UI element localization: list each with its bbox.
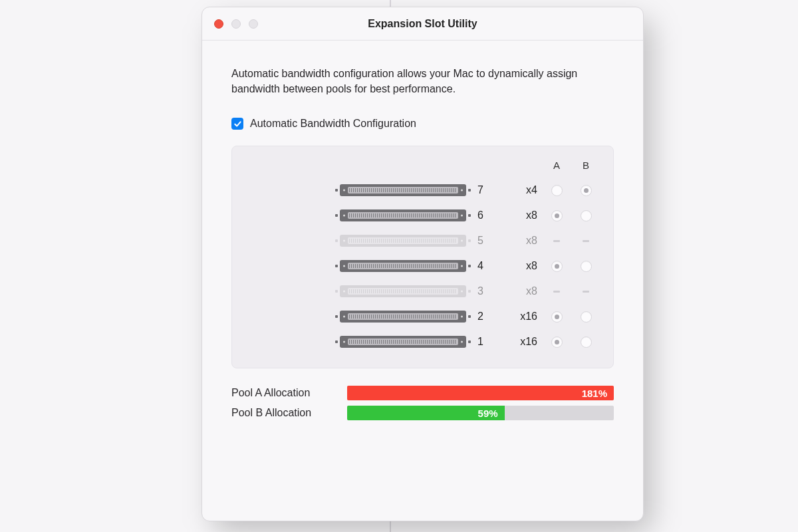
slot-connector-icon xyxy=(248,334,471,349)
slot-6-pool-b-radio[interactable] xyxy=(581,210,592,221)
pool-b-label: Pool B Allocation xyxy=(231,407,338,419)
slot-row-6: 6x8 xyxy=(248,203,597,228)
pool-block: Pool A Allocation 181% Pool B Allocation… xyxy=(231,383,614,423)
slot-connector-icon xyxy=(248,208,471,223)
slot-number: 5 xyxy=(477,235,497,247)
slot-2-pool-b-cell xyxy=(575,311,597,323)
slot-2-pool-b-radio[interactable] xyxy=(581,311,592,323)
zoom-button[interactable] xyxy=(249,19,258,29)
pool-a-bar: 181% xyxy=(347,386,614,400)
slot-speed: x8 xyxy=(504,285,539,297)
window-title: Expansion Slot Utility xyxy=(368,18,477,30)
slot-1-pool-a-radio[interactable] xyxy=(551,336,563,348)
slot-speed: x16 xyxy=(504,311,539,323)
slot-row-5: 5x8 xyxy=(248,228,597,253)
content-area: Automatic bandwidth configuration allows… xyxy=(202,41,643,440)
dash-icon xyxy=(583,240,589,242)
slot-7-pool-b-radio[interactable] xyxy=(581,185,592,196)
app-window: Expansion Slot Utility Automatic bandwid… xyxy=(201,7,644,521)
slot-row-7: 7x4 xyxy=(248,178,597,203)
slots-panel: A B 7x46x85x84x83x82x161x16 xyxy=(231,146,614,368)
dash-icon xyxy=(583,291,589,293)
pool-a-label: Pool A Allocation xyxy=(231,387,338,399)
auto-bandwidth-label: Automatic Bandwidth Configuration xyxy=(250,118,416,130)
auto-bandwidth-checkbox[interactable] xyxy=(231,118,243,130)
slot-connector-icon xyxy=(248,233,471,248)
slot-number: 7 xyxy=(477,184,497,196)
slot-speed: x4 xyxy=(504,184,539,196)
slot-1-pool-b-cell xyxy=(575,336,597,348)
slot-5-pool-b-cell xyxy=(575,240,597,242)
slot-speed: x8 xyxy=(504,260,539,272)
slot-connector-icon xyxy=(248,284,471,299)
slot-number: 3 xyxy=(477,285,497,297)
pool-b-bar: 59% xyxy=(347,406,614,420)
slot-row-1: 1x16 xyxy=(248,329,597,354)
slot-1-pool-a-cell xyxy=(545,336,568,348)
pool-a-fill: 181% xyxy=(347,386,614,400)
dash-icon xyxy=(553,240,560,242)
column-b-header: B xyxy=(575,160,597,171)
minimize-button[interactable] xyxy=(231,19,241,29)
slot-row-2: 2x16 xyxy=(248,304,597,329)
slot-5-pool-a-cell xyxy=(545,240,568,242)
slot-2-pool-a-cell xyxy=(545,311,568,323)
slots-body: 7x46x85x84x83x82x161x16 xyxy=(248,178,597,354)
slot-4-pool-a-cell xyxy=(545,261,568,272)
checkmark-icon xyxy=(233,120,242,128)
close-button[interactable] xyxy=(214,19,223,29)
slot-4-pool-a-radio[interactable] xyxy=(551,261,563,272)
slot-4-pool-b-cell xyxy=(575,261,597,272)
pool-a-percent: 181% xyxy=(582,388,607,399)
auto-bandwidth-row: Automatic Bandwidth Configuration xyxy=(231,118,614,130)
slot-3-pool-a-cell xyxy=(545,291,568,293)
slot-number: 4 xyxy=(477,260,497,272)
slot-number: 2 xyxy=(477,311,497,323)
slot-connector-icon xyxy=(248,309,471,324)
slot-2-pool-a-radio[interactable] xyxy=(551,311,563,323)
slot-speed: x16 xyxy=(504,336,539,348)
slot-number: 6 xyxy=(477,209,497,221)
pool-b-fill: 59% xyxy=(347,406,505,420)
column-a-header: A xyxy=(545,160,568,171)
pool-b-percent: 59% xyxy=(478,408,498,419)
slot-connector-icon xyxy=(248,183,471,198)
slot-3-pool-b-cell xyxy=(575,291,597,293)
slot-row-3: 3x8 xyxy=(248,279,597,304)
slots-header: A B xyxy=(248,160,597,171)
slot-speed: x8 xyxy=(504,209,539,221)
slot-7-pool-a-radio[interactable] xyxy=(551,185,563,196)
slot-4-pool-b-radio[interactable] xyxy=(581,261,592,272)
slot-1-pool-b-radio[interactable] xyxy=(581,336,592,348)
description-text: Automatic bandwidth configuration allows… xyxy=(231,66,614,96)
slot-6-pool-a-cell xyxy=(545,210,568,221)
slot-connector-icon xyxy=(248,259,471,273)
slot-6-pool-b-cell xyxy=(575,210,597,221)
dash-icon xyxy=(553,291,560,293)
slot-6-pool-a-radio[interactable] xyxy=(551,210,563,221)
slot-speed: x8 xyxy=(504,235,539,247)
traffic-lights xyxy=(214,7,258,40)
slot-7-pool-b-cell xyxy=(575,185,597,196)
slot-row-4: 4x8 xyxy=(248,253,597,279)
slot-number: 1 xyxy=(477,336,497,348)
pool-b-row: Pool B Allocation 59% xyxy=(231,403,614,423)
pool-a-row: Pool A Allocation 181% xyxy=(231,383,614,403)
slot-7-pool-a-cell xyxy=(545,185,568,196)
titlebar: Expansion Slot Utility xyxy=(202,7,643,41)
